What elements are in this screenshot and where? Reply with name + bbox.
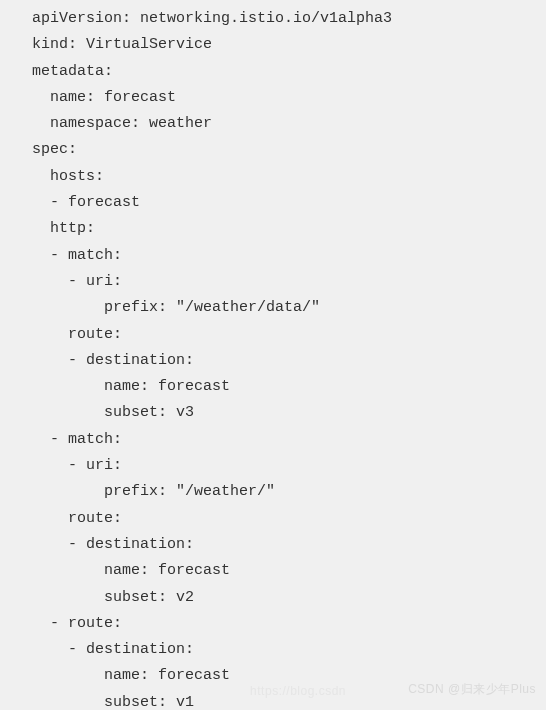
code-line: - match: [0,243,546,269]
code-line: - uri: [0,269,546,295]
code-line: subset: v3 [0,400,546,426]
code-line: spec: [0,137,546,163]
code-line: route: [0,506,546,532]
yaml-code-block: apiVersion: networking.istio.io/v1alpha3… [0,0,546,710]
code-line: - destination: [0,348,546,374]
code-line: name: forecast [0,374,546,400]
watermark-url: https://blog.csdn [250,684,346,698]
code-line: - destination: [0,532,546,558]
code-line: - match: [0,427,546,453]
code-line: name: forecast [0,558,546,584]
code-line: hosts: [0,164,546,190]
code-line: apiVersion: networking.istio.io/v1alpha3 [0,6,546,32]
code-line: - forecast [0,190,546,216]
code-line: prefix: "/weather/data/" [0,295,546,321]
code-line: metadata: [0,59,546,85]
code-line: namespace: weather [0,111,546,137]
code-line: name: forecast [0,85,546,111]
code-line: route: [0,322,546,348]
code-line: subset: v2 [0,585,546,611]
code-line: - uri: [0,453,546,479]
code-line: prefix: "/weather/" [0,479,546,505]
code-line: kind: VirtualService [0,32,546,58]
code-line: - destination: [0,637,546,663]
code-line: - route: [0,611,546,637]
watermark-attribution: CSDN @归来少年Plus [408,681,536,698]
code-line: http: [0,216,546,242]
